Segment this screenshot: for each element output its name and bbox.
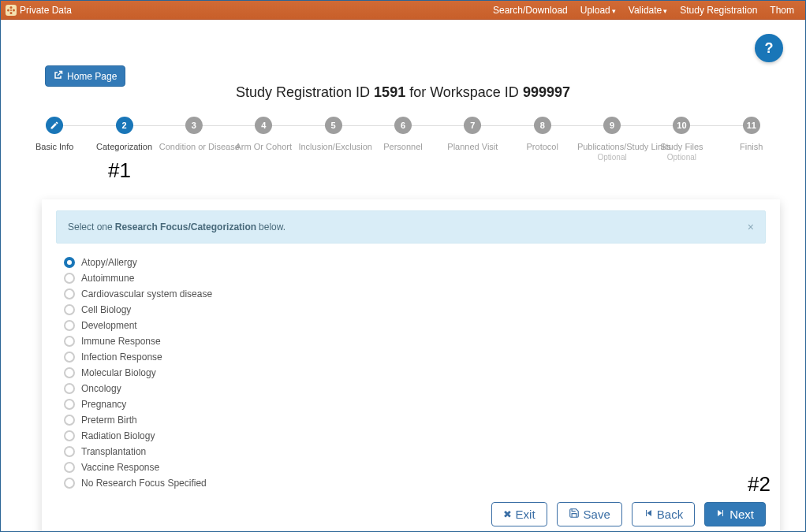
step-9[interactable]: 9Publications/Study LinksOptional [577,117,647,162]
step-6[interactable]: 6Personnel [368,117,438,151]
step-circle: 6 [394,117,412,134]
radio-option[interactable]: Pregnancy [64,396,766,412]
nav-upload[interactable]: Upload▾ [574,5,622,16]
radio-option[interactable]: Molecular Biology [64,365,766,381]
step-label: Condition or Disease [159,142,229,151]
radio-option[interactable]: Autoimmune [64,270,766,286]
radio-icon [64,336,75,347]
close-icon: ✖ [503,508,512,520]
svg-point-1 [7,9,9,11]
radio-option[interactable]: Vaccine Response [64,459,766,475]
radio-option[interactable]: Development [64,318,766,333]
svg-point-2 [13,9,15,11]
step-label: Finish [717,142,786,151]
radio-icon [64,273,75,284]
button-row: ✖ Exit Save Back [56,502,766,526]
nav-user[interactable]: Thom [763,5,800,16]
radio-list: Atopy/AllergyAutoimmuneCardiovascular sy… [56,255,766,491]
radio-icon [64,367,75,378]
radio-label: Preterm Birth [81,415,137,426]
caret-down-icon: ▾ [663,7,667,15]
svg-point-3 [10,12,13,14]
brand[interactable]: Private Data [6,5,72,16]
info-bar: Select one Research Focus/Categorization… [56,210,766,244]
radio-icon [64,399,75,410]
radio-label: Molecular Biology [81,367,156,378]
radio-option[interactable]: Preterm Birth [64,412,766,428]
step-circle [46,117,63,134]
step-circle: 4 [255,117,272,134]
step-8[interactable]: 8Protocol [508,117,577,151]
step-circle: 9 [603,117,621,134]
form-panel: Select one Research Focus/Categorization… [42,199,780,532]
brand-logo-icon [6,5,17,16]
step-label: Inclusion/Exclusion [298,142,368,151]
page-title: Study Registration ID 1591 for Workspace… [18,43,788,117]
top-navbar: Private Data Search/Download Upload▾ Val… [1,1,805,20]
radio-label: Vaccine Response [81,462,159,473]
step-1[interactable]: Basic Info [20,117,89,151]
radio-label: Development [81,320,137,331]
radio-icon [64,462,75,473]
radio-option[interactable]: Radiation Biology [64,428,766,444]
radio-label: Oncology [81,383,121,394]
nav-study-registration[interactable]: Study Registration [674,5,763,16]
step-10[interactable]: 10Study FilesOptional [647,117,716,162]
stepper: Basic Info2Categorization3Condition or D… [20,117,786,162]
step-label: Publications/Study Links [577,142,647,151]
step-3[interactable]: 3Condition or Disease [159,117,229,151]
step-label: Personnel [368,142,438,151]
radio-icon [64,257,75,268]
step-circle: 5 [325,117,342,134]
svg-point-0 [10,6,13,9]
step-circle: 3 [185,117,203,134]
step-label: Planned Visit [438,142,507,151]
radio-option[interactable]: No Research Focus Specified [64,475,766,491]
radio-option[interactable]: Atopy/Allergy [64,255,766,270]
radio-label: Radiation Biology [81,430,155,441]
radio-option[interactable]: Transplantation [64,444,766,459]
step-sublabel: Optional [577,153,647,162]
radio-icon [64,446,75,457]
radio-label: Cardiovascular system disease [81,288,212,299]
step-label: Basic Info [20,142,89,151]
radio-label: Pregnancy [81,399,126,410]
brand-label: Private Data [20,5,72,16]
back-button[interactable]: Back [632,502,695,526]
radio-option[interactable]: Immune Response [64,333,766,349]
step-circle: 7 [464,117,481,134]
step-circle: 10 [673,117,690,134]
radio-option[interactable]: Infection Response [64,349,766,365]
step-circle: 11 [743,117,760,134]
save-button[interactable]: Save [557,502,622,526]
radio-option[interactable]: Oncology [64,381,766,396]
step-5[interactable]: 5Inclusion/Exclusion [298,117,368,151]
next-icon [716,508,726,520]
edit-icon [50,121,59,130]
radio-option[interactable]: Cell Biology [64,302,766,318]
step-label: Study Files [647,142,716,151]
radio-option[interactable]: Cardiovascular system disease [64,286,766,302]
step-label: Categorization [89,142,159,151]
nav-search-download[interactable]: Search/Download [487,5,574,16]
step-7[interactable]: 7Planned Visit [438,117,507,151]
annotation-1: #1 [108,158,131,183]
prev-icon [644,508,653,520]
radio-icon [64,415,75,426]
nav-validate[interactable]: Validate▾ [622,5,674,16]
step-11[interactable]: 11Finish [717,117,786,151]
step-2[interactable]: 2Categorization [89,117,159,151]
radio-icon [64,320,75,331]
caret-down-icon: ▾ [612,7,616,15]
radio-icon [64,288,75,299]
exit-button[interactable]: ✖ Exit [491,502,547,526]
step-label: Arm Or Cohort [229,142,298,151]
step-circle: 8 [534,117,551,134]
radio-icon [64,383,75,394]
radio-icon [64,304,75,315]
radio-label: Immune Response [81,336,161,347]
step-circle: 2 [116,117,133,134]
step-4[interactable]: 4Arm Or Cohort [229,117,298,151]
next-button[interactable]: Next [704,502,766,526]
infobar-close-icon[interactable]: × [748,221,754,233]
